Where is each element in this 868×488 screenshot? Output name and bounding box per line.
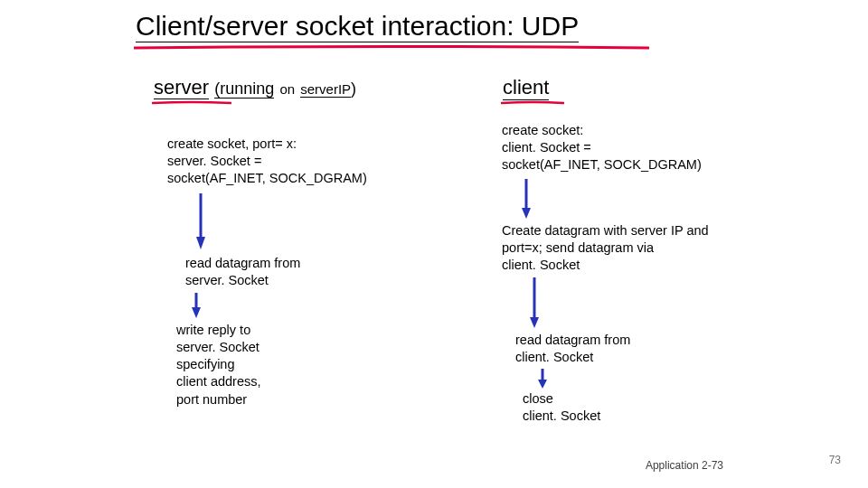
client-step-create-socket: create socket: client. Socket = socket(A… [502, 122, 791, 174]
server-underline-red [152, 100, 231, 107]
footer-chapter-label: Application 2-73 [646, 459, 723, 472]
text-line: server. Socket [176, 339, 357, 356]
text-line: create socket, port= x: [167, 136, 429, 153]
text-line: client. Socket = [502, 139, 791, 156]
server-step-create-socket: create socket, port= x: server. Socket =… [167, 136, 429, 187]
client-column-heading: client [503, 76, 549, 100]
arrow-server-2-to-3 [191, 291, 202, 320]
arrow-client-2-to-3 [529, 276, 540, 330]
text-line: client. Socket [502, 257, 791, 274]
server-column-heading: server (running on serverIP) [154, 76, 356, 99]
text-line: port number [176, 391, 357, 408]
on-word: on [279, 81, 295, 97]
svg-marker-9 [538, 380, 547, 389]
text-line: client. Socket [515, 349, 732, 366]
running-word: (running [214, 80, 274, 99]
footer-page-number: 73 [829, 454, 841, 466]
server-step-write-reply: write reply to server. Socket specifying… [176, 322, 357, 408]
svg-marker-3 [192, 307, 201, 318]
arrow-server-1-to-2 [195, 192, 206, 251]
close-paren: ) [351, 80, 356, 98]
text-line: socket(AF_INET, SOCK_DGRAM) [167, 170, 429, 187]
text-line: client. Socket [523, 408, 703, 425]
client-step-close-socket: close client. Socket [523, 390, 703, 425]
svg-marker-1 [196, 237, 205, 249]
text-line: specifying [176, 356, 357, 373]
arrow-client-3-to-4 [537, 367, 548, 390]
svg-marker-7 [530, 317, 539, 328]
text-line: socket(AF_INET, SOCK_DGRAM) [502, 156, 791, 174]
text-line: client address, [176, 373, 357, 390]
server-word: server [154, 76, 209, 99]
text-line: server. Socket [185, 272, 366, 289]
serverip-word: serverIP [300, 81, 351, 98]
text-line: close [523, 390, 703, 408]
client-step-send-datagram: Create datagram with server IP and port=… [502, 222, 791, 274]
text-line: create socket: [502, 122, 791, 139]
svg-marker-5 [522, 208, 531, 219]
title-underline-red [134, 45, 649, 52]
server-step-read-datagram: read datagram from server. Socket [185, 255, 366, 289]
text-line: read datagram from [515, 332, 732, 349]
client-step-read-datagram: read datagram from client. Socket [515, 332, 732, 366]
text-line: read datagram from [185, 255, 366, 272]
text-line: Create datagram with server IP and [502, 222, 791, 239]
text-line: port=x; send datagram via [502, 239, 791, 257]
slide-title: Client/server socket interaction: UDP [136, 11, 579, 42]
text-line: server. Socket = [167, 153, 429, 170]
text-line: write reply to [176, 322, 357, 339]
arrow-client-1-to-2 [521, 177, 532, 221]
client-underline-red [501, 100, 564, 107]
